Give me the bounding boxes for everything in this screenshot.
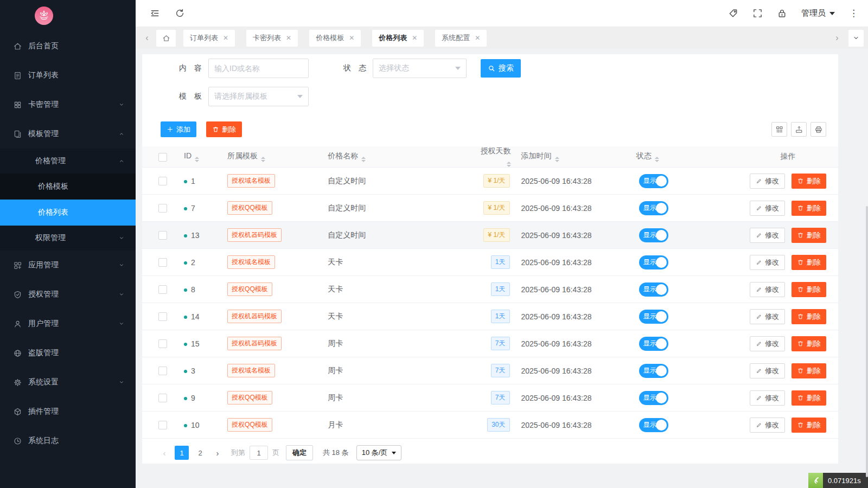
column-filter-button[interactable]: [771, 122, 787, 137]
delete-row-button[interactable]: 删除: [792, 336, 826, 351]
col-header-status[interactable]: 状态: [628, 146, 738, 168]
edit-button[interactable]: 修改: [750, 228, 785, 243]
tab[interactable]: 卡密列表 ✕: [246, 30, 298, 47]
row-checkbox[interactable]: [158, 285, 167, 294]
close-icon[interactable]: ✕: [412, 35, 417, 41]
sidebar-item-authorization[interactable]: 授权管理: [0, 280, 136, 309]
tab[interactable]: 订单列表 ✕: [183, 30, 235, 47]
sidebar-item-system-settings[interactable]: 系统设置: [0, 368, 136, 397]
prev-page-icon[interactable]: ‹: [158, 446, 170, 460]
sort-icon[interactable]: [507, 162, 511, 167]
sidebar-item-templates[interactable]: 模板管理: [0, 119, 136, 149]
status-toggle[interactable]: 显示: [639, 310, 668, 324]
sidebar-item-piracy[interactable]: 盗版管理: [0, 338, 136, 368]
tabs-dropdown-icon[interactable]: [848, 30, 864, 47]
edit-button[interactable]: 修改: [750, 282, 785, 297]
content-search-input[interactable]: [208, 59, 309, 78]
row-checkbox[interactable]: [158, 177, 167, 185]
edit-button[interactable]: 修改: [750, 390, 785, 406]
sidebar-item-system-logs[interactable]: 系统日志: [0, 426, 136, 455]
sidebar-item-price-management[interactable]: 价格管理: [0, 149, 136, 174]
edit-button[interactable]: 修改: [750, 418, 785, 433]
edit-button[interactable]: 修改: [750, 309, 785, 324]
edit-button[interactable]: 修改: [750, 336, 785, 351]
status-toggle[interactable]: 显示: [639, 337, 668, 351]
row-checkbox[interactable]: [158, 204, 167, 213]
delete-row-button[interactable]: 删除: [792, 228, 826, 243]
scrollbar-thumb[interactable]: [866, 206, 868, 477]
close-icon[interactable]: ✕: [286, 35, 291, 41]
fullscreen-icon[interactable]: [752, 8, 763, 18]
goto-page-input[interactable]: [250, 446, 268, 460]
page-1-button[interactable]: 1: [175, 446, 189, 460]
status-toggle[interactable]: 显示: [639, 228, 668, 242]
col-header-id[interactable]: ID: [176, 146, 219, 168]
template-select[interactable]: 请选择所属模板: [208, 87, 309, 106]
status-toggle[interactable]: 显示: [639, 391, 668, 405]
sidebar-item-permission[interactable]: 权限管理: [0, 226, 136, 251]
delete-row-button[interactable]: 删除: [792, 255, 826, 270]
row-checkbox[interactable]: [158, 258, 167, 267]
tab[interactable]: 价格模板 ✕: [309, 30, 361, 47]
edit-button[interactable]: 修改: [750, 363, 785, 378]
sidebar-item-dashboard[interactable]: 后台首页: [0, 31, 136, 61]
row-checkbox[interactable]: [158, 421, 167, 429]
tag-icon[interactable]: [728, 8, 738, 18]
sidebar-item-apps[interactable]: 应用管理: [0, 251, 136, 280]
sort-icon[interactable]: [261, 157, 265, 162]
search-button[interactable]: 搜索: [481, 59, 521, 78]
sidebar-item-users[interactable]: 用户管理: [0, 309, 136, 338]
delete-row-button[interactable]: 删除: [792, 282, 826, 297]
sidebar-item-plugins[interactable]: 插件管理: [0, 397, 136, 426]
edit-button[interactable]: 修改: [750, 174, 785, 189]
collapse-sidebar-icon[interactable]: [145, 4, 164, 23]
refresh-icon[interactable]: [170, 4, 189, 23]
sort-icon[interactable]: [195, 157, 199, 162]
select-all-checkbox[interactable]: [158, 153, 167, 162]
row-checkbox[interactable]: [158, 312, 167, 321]
goto-confirm-button[interactable]: 确定: [286, 445, 313, 460]
status-toggle[interactable]: 显示: [639, 201, 668, 215]
col-header-days[interactable]: 授权天数: [465, 146, 513, 168]
more-options-icon[interactable]: ⋮: [849, 9, 858, 18]
sort-icon[interactable]: [655, 157, 659, 162]
close-icon[interactable]: ✕: [223, 35, 228, 41]
export-button[interactable]: [791, 122, 807, 137]
delete-row-button[interactable]: 删除: [792, 418, 826, 433]
delete-row-button[interactable]: 删除: [792, 390, 826, 406]
row-checkbox[interactable]: [158, 231, 167, 240]
status-toggle[interactable]: 显示: [639, 282, 668, 297]
tabs-scroll-left-icon[interactable]: ‹: [141, 30, 153, 46]
delete-row-button[interactable]: 删除: [792, 174, 826, 189]
page-2-button[interactable]: 2: [193, 446, 207, 460]
print-button[interactable]: [810, 122, 826, 137]
row-checkbox[interactable]: [158, 367, 167, 375]
per-page-select[interactable]: 10 条/页: [356, 445, 402, 460]
home-tab[interactable]: [156, 30, 176, 47]
status-toggle[interactable]: 显示: [639, 255, 668, 269]
edit-button[interactable]: 修改: [750, 255, 785, 270]
sidebar-item-cards[interactable]: 卡密管理: [0, 90, 136, 119]
sort-icon[interactable]: [361, 157, 366, 162]
status-toggle[interactable]: 显示: [639, 364, 668, 378]
lock-icon[interactable]: [777, 8, 787, 18]
delete-row-button[interactable]: 删除: [792, 363, 826, 378]
sidebar-item-orders[interactable]: 订单列表: [0, 61, 136, 90]
sidebar-item-price-template[interactable]: 价格模板: [0, 174, 136, 200]
tab[interactable]: 价格列表 ✕: [372, 30, 424, 47]
sort-icon[interactable]: [555, 157, 559, 162]
row-checkbox[interactable]: [158, 394, 167, 402]
col-header-time[interactable]: 添加时间: [513, 146, 628, 168]
user-menu[interactable]: 管理员: [801, 8, 835, 18]
next-page-icon[interactable]: ›: [212, 446, 224, 460]
sidebar-item-price-list[interactable]: 价格列表: [0, 200, 136, 226]
col-header-template[interactable]: 所属模板: [219, 146, 320, 168]
row-checkbox[interactable]: [158, 339, 167, 348]
edit-button[interactable]: 修改: [750, 201, 785, 216]
close-icon[interactable]: ✕: [349, 35, 354, 41]
delete-row-button[interactable]: 删除: [792, 201, 826, 216]
tabs-scroll-right-icon[interactable]: ›: [831, 30, 843, 46]
close-icon[interactable]: ✕: [475, 35, 480, 41]
delete-button[interactable]: 删除: [206, 121, 242, 137]
status-toggle[interactable]: 显示: [639, 174, 668, 188]
